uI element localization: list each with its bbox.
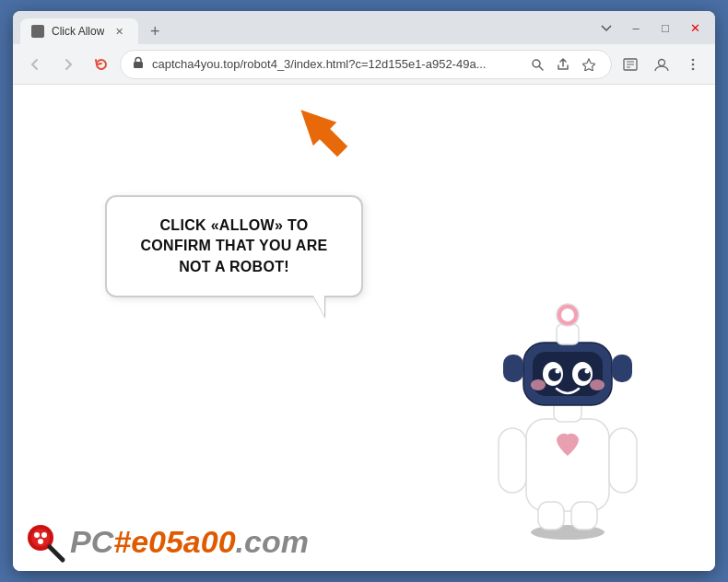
back-button[interactable] [20, 50, 50, 79]
svg-rect-17 [538, 502, 564, 530]
bubble-text: CLICK «ALLOW» TO CONFIRM THAT YOU ARE NO… [129, 215, 339, 277]
svg-point-27 [585, 369, 590, 374]
close-window-button[interactable]: ✕ [682, 15, 708, 41]
address-bar[interactable]: captcha4you.top/robot4_3/index.html?c=12… [120, 50, 612, 79]
svg-rect-15 [499, 428, 526, 493]
window-search-tabs-button[interactable] [593, 15, 619, 41]
robot-svg [476, 285, 660, 543]
url-text: captcha4you.top/robot4_3/index.html?c=12… [152, 57, 519, 71]
omnibox-icons [526, 53, 600, 76]
browser-window: Click Allow ✕ + – □ ✕ [13, 11, 715, 571]
active-tab[interactable]: Click Allow ✕ [20, 18, 138, 44]
svg-point-26 [556, 369, 560, 374]
svg-rect-30 [557, 324, 579, 344]
svg-point-9 [692, 58, 695, 61]
svg-line-40 [50, 547, 63, 560]
nav-right-buttons [616, 50, 708, 79]
tab-close-button[interactable]: ✕ [112, 24, 127, 40]
svg-line-2 [539, 66, 543, 70]
minimize-button[interactable]: – [623, 15, 649, 41]
maximize-button[interactable]: □ [652, 15, 678, 41]
tabs-area: Click Allow ✕ + [20, 11, 593, 44]
svg-point-29 [590, 379, 605, 390]
window-controls: – □ ✕ [593, 15, 708, 41]
arrow-container [285, 94, 358, 171]
reload-button[interactable] [87, 50, 116, 79]
page-content: CLICK «ALLOW» TO CONFIRM THAT YOU ARE NO… [13, 85, 715, 571]
more-options-button[interactable] [678, 50, 708, 79]
svg-point-11 [692, 67, 695, 70]
svg-point-37 [34, 532, 40, 538]
svg-rect-16 [609, 428, 637, 493]
svg-point-8 [659, 59, 665, 65]
forward-button[interactable] [53, 50, 83, 79]
pcrisk-logo: PC#e05a00.com [22, 519, 309, 564]
svg-marker-3 [582, 59, 595, 71]
svg-rect-33 [503, 355, 523, 382]
security-lock-icon [132, 56, 145, 72]
svg-point-39 [38, 539, 43, 544]
search-icon-button[interactable] [526, 53, 548, 76]
pcrisk-icon [22, 519, 66, 564]
pcrisk-text-label: PC#e05a00.com [70, 522, 309, 561]
svg-rect-34 [612, 355, 632, 382]
profile-button[interactable] [647, 50, 676, 79]
bookmark-icon-button[interactable] [578, 53, 600, 76]
svg-rect-18 [571, 502, 597, 530]
svg-point-38 [41, 532, 47, 538]
tab-title: Click Allow [52, 25, 104, 38]
nav-bar: captcha4you.top/robot4_3/index.html?c=12… [13, 44, 715, 85]
svg-marker-12 [289, 99, 355, 164]
svg-rect-0 [134, 62, 143, 68]
title-bar: Click Allow ✕ + – □ ✕ [13, 11, 715, 44]
tab-favicon [31, 25, 44, 38]
new-tab-button[interactable]: + [142, 18, 168, 44]
svg-point-32 [561, 308, 574, 321]
svg-point-28 [531, 379, 546, 390]
orange-arrow-icon [285, 94, 358, 168]
share-icon-button[interactable] [552, 53, 574, 76]
speech-bubble: CLICK «ALLOW» TO CONFIRM THAT YOU ARE NO… [105, 195, 363, 297]
svg-point-10 [692, 63, 695, 65]
svg-rect-14 [526, 419, 609, 511]
reader-mode-button[interactable] [616, 50, 645, 79]
robot-illustration [476, 285, 660, 543]
